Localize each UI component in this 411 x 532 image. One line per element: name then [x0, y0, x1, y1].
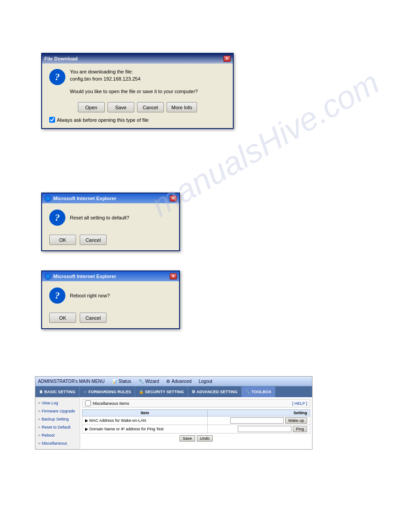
topbar-advanced[interactable]: ⚙ Advanced	[166, 379, 191, 384]
ping-test-label: Domain Name or IP address for Ping Test	[90, 427, 164, 431]
question-icon: ?	[49, 69, 65, 85]
nav-toolbox-label: TOOLBOX	[252, 390, 271, 394]
ie-reset-title: Microsoft Internet Explorer	[53, 196, 116, 201]
section-checkbox[interactable]	[85, 400, 91, 406]
sidebar-reset-label: Reset to Default	[42, 425, 71, 429]
content-table: Item Setting ▶ MAC Address for Wake-on-L…	[82, 409, 310, 433]
nav-toolbox[interactable]: 🔧 TOOLBOX	[242, 386, 275, 397]
wake-up-button[interactable]: Wake up	[285, 417, 307, 424]
ie-reboot-dialog: 🌐 Microsoft Internet Explorer ✕ ? Reboot…	[41, 270, 180, 329]
nav-forwarding-label: FORWARDING RULES	[89, 390, 131, 394]
advanced-setting-icon: ⚙	[192, 390, 195, 394]
table-row-ping-test: ▶ Domain Name or IP address for Ping Tes…	[82, 425, 310, 433]
file-download-title: File Download	[44, 56, 78, 61]
ie-titlebar-left: 🌐 Microsoft Internet Explorer	[44, 195, 116, 202]
ie-globe-icon: 🌐	[44, 195, 51, 202]
topbar-wizard[interactable]: 🔧 Wizard	[138, 379, 159, 384]
table-header-item: Item	[82, 410, 208, 416]
router-save-button[interactable]: Save	[180, 435, 195, 442]
router-footer-buttons: Save Undo	[82, 433, 310, 443]
topbar-menu-label: ADMINISTRATOR's MAIN MENU	[38, 379, 105, 384]
ie-reboot-titlebar-left: 🌐 Microsoft Internet Explorer	[44, 273, 116, 280]
cancel-button[interactable]: Cancel	[137, 102, 164, 112]
sidebar-backup-label: Backup Setting	[42, 417, 69, 421]
ping-test-input[interactable]	[238, 426, 291, 432]
ping-test-item-label: ▶	[85, 427, 90, 431]
always-ask-checkbox[interactable]	[49, 117, 55, 123]
sidebar-view-log-label: View Log	[42, 401, 58, 405]
ie-reboot-message: Reboot right now?	[70, 293, 110, 298]
sidebar-item-reboot[interactable]: Reboot	[35, 431, 80, 439]
open-button[interactable]: Open	[78, 102, 105, 112]
router-sidebar: View Log Firmware Upgrade Backup Setting…	[35, 397, 80, 449]
topbar-status-label: Status	[119, 379, 131, 384]
sidebar-item-miscellaneous[interactable]: Miscellaneous	[35, 439, 80, 447]
ie-reset-message: Reset all setting to default?	[70, 215, 129, 220]
file-download-content: ? You are downloading the file: config.b…	[49, 69, 226, 96]
nav-advanced-label: ADVANCED SETTING	[197, 390, 238, 394]
ie-reset-ok-button[interactable]: OK	[49, 235, 76, 245]
sidebar-item-reset-to-default[interactable]: Reset to Default	[35, 423, 80, 431]
basic-setting-icon: 🖥	[39, 390, 43, 394]
sidebar-misc-label: Miscellaneous	[42, 441, 67, 446]
sidebar-item-view-log[interactable]: View Log	[35, 399, 80, 407]
ie-reboot-ok-button[interactable]: OK	[49, 313, 76, 323]
nav-security-setting[interactable]: 🔒 SECURITY SETTING	[135, 386, 188, 397]
ie-reboot-cancel-button[interactable]: Cancel	[80, 313, 107, 323]
save-button[interactable]: Save	[107, 102, 134, 112]
ie-reboot-title: Microsoft Internet Explorer	[53, 274, 116, 279]
ping-button[interactable]: Ping	[293, 426, 307, 432]
router-undo-button[interactable]: Undo	[197, 435, 213, 442]
nav-advanced-setting[interactable]: ⚙ ADVANCED SETTING	[188, 386, 242, 397]
file-download-dialog: File Download ✕ ? You are downloading th…	[41, 53, 234, 129]
more-info-button[interactable]: More Info	[167, 102, 197, 112]
wake-on-lan-input[interactable]	[230, 417, 284, 424]
status-icon: 📊	[112, 379, 117, 384]
topbar-menu[interactable]: ADMINISTRATOR's MAIN MENU	[38, 379, 105, 384]
ie-reset-cancel-button[interactable]: Cancel	[80, 235, 107, 245]
sidebar-item-backup-setting[interactable]: Backup Setting	[35, 415, 80, 423]
ie-reboot-body: ? Reboot right now?	[42, 281, 179, 310]
advanced-icon: ⚙	[166, 379, 170, 384]
security-icon: 🔒	[139, 390, 144, 394]
nav-basic-setting[interactable]: 🖥 BASIC SETTING	[35, 386, 80, 397]
sidebar-reboot-label: Reboot	[42, 433, 55, 438]
ie-reboot-question-icon: ?	[49, 287, 65, 304]
file-download-body: ? You are downloading the file: config.b…	[42, 64, 233, 128]
help-link[interactable]: [ HELP ]	[292, 401, 307, 406]
ie-reset-body: ? Reset all setting to default?	[42, 203, 179, 232]
router-nav: 🖥 BASIC SETTING ↔ FORWARDING RULES 🔒 SEC…	[35, 386, 312, 397]
ie-reboot-close-button[interactable]: ✕	[170, 273, 177, 279]
sidebar-item-firmware-upgrade[interactable]: Firmware Upgrade	[35, 407, 80, 415]
router-content: Miscellaneous Items [ HELP ] Item Settin…	[80, 397, 312, 449]
topbar-advanced-label: Advanced	[171, 379, 191, 384]
topbar-wizard-label: Wizard	[145, 379, 159, 384]
file-download-buttons: Open Save Cancel More Info	[49, 102, 226, 112]
ie-reboot-titlebar: 🌐 Microsoft Internet Explorer ✕	[42, 271, 179, 281]
section-title: Miscellaneous Items	[93, 401, 129, 406]
ie-reset-close-button[interactable]: ✕	[170, 195, 177, 202]
wake-on-lan-item-label: ▶	[85, 418, 90, 423]
toolbox-icon: 🔧	[245, 390, 250, 394]
nav-basic-setting-label: BASIC SETTING	[44, 390, 76, 394]
forwarding-icon: ↔	[83, 390, 87, 394]
download-question: Would you like to open the file or save …	[70, 89, 198, 94]
ie-reset-question-icon: ?	[49, 210, 65, 226]
ie-reset-buttons: OK Cancel	[42, 232, 179, 250]
file-download-text: You are downloading the file: config.bin…	[70, 69, 198, 96]
table-row-wake-on-lan: ▶ MAC Address for Wake-on-LAN Wake up	[82, 416, 310, 425]
ie-reboot-buttons: OK Cancel	[42, 310, 179, 328]
always-ask-checkbox-row: Always ask before opening this type of f…	[49, 117, 226, 123]
ie-reboot-globe-icon: 🌐	[44, 273, 51, 280]
router-main: View Log Firmware Upgrade Backup Setting…	[35, 397, 312, 449]
topbar-logout-label: Logout	[199, 379, 213, 384]
file-download-close-button[interactable]: ✕	[223, 56, 231, 62]
titlebar-left: File Download	[44, 56, 78, 61]
nav-security-label: SECURITY SETTING	[145, 390, 184, 394]
topbar-logout[interactable]: Logout	[199, 379, 213, 384]
wake-on-lan-label: MAC Address for Wake-on-LAN	[90, 418, 146, 423]
ie-reset-titlebar: 🌐 Microsoft Internet Explorer ✕	[42, 193, 179, 203]
ie-reset-dialog: 🌐 Microsoft Internet Explorer ✕ ? Reset …	[41, 193, 180, 251]
nav-forwarding-rules[interactable]: ↔ FORWARDING RULES	[80, 386, 135, 397]
topbar-status[interactable]: 📊 Status	[112, 379, 131, 384]
